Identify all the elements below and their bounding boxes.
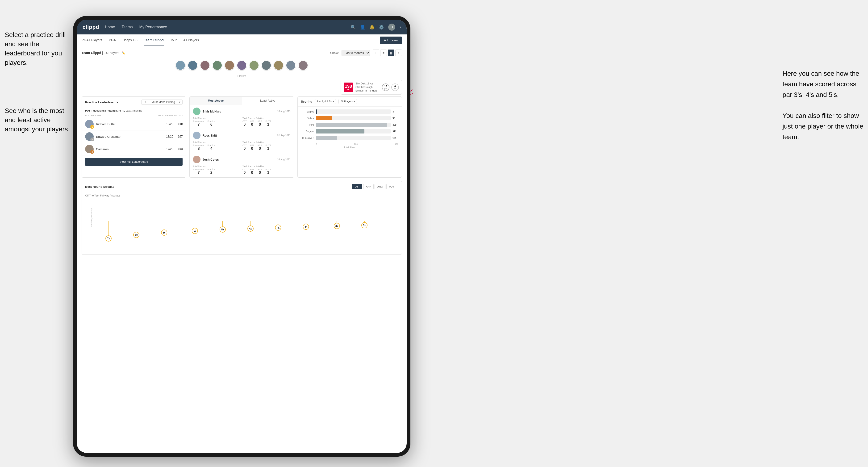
apc-date-3: 26 Aug 2023 [277, 158, 290, 161]
subnav-hcaps[interactable]: Hcaps 1-5 [122, 34, 137, 46]
leaderboard-subtitle: PUTT Must Make Putting (3-6 ft), Last 3 … [82, 107, 186, 114]
chart-xlabel: Total Shots [301, 145, 398, 151]
bogeys-track [316, 129, 391, 133]
streaks-tab-putt[interactable]: PUTT [386, 184, 398, 189]
player-avatar-1[interactable] [176, 60, 185, 70]
nav-icons: 🔍 👤 🔔 ⚙️ U ▾ [350, 24, 401, 31]
player-avg-3: 103 [176, 148, 183, 151]
leaderboard-row-2[interactable]: 2 Edward Crossman 18/20 107 [82, 130, 186, 143]
bar-birdies: Birdies 96 [301, 116, 398, 120]
nav-teams[interactable]: Teams [121, 25, 132, 29]
list-view-icon[interactable]: ≡ [380, 50, 387, 56]
ott-num-3: OTT0 [243, 168, 247, 175]
player-avg-2: 107 [176, 135, 183, 138]
table-header: PLAYER NAME PB SCORE PB AVG SQ [82, 114, 186, 118]
card-view-icon[interactable]: ▦ [388, 50, 394, 56]
player-name-1: Richard Butler... [96, 122, 164, 126]
player-avatar-3[interactable] [200, 60, 210, 70]
nav-links: Home Teams My Performance [105, 25, 345, 29]
player-score-2: 18/20 [166, 135, 173, 138]
activities-group-3: Total Practice Activities OTT0 APP0 ARG0 [243, 165, 290, 175]
player-avatar-6[interactable] [237, 60, 247, 70]
nav-performance[interactable]: My Performance [140, 25, 167, 29]
subnav-pgat[interactable]: PGAT Players [82, 34, 102, 46]
scoring-par-filter[interactable]: Par 3, 4 & 5s ▾ [315, 99, 336, 104]
player-avatar-10[interactable] [286, 60, 296, 70]
apc-header-2: Rees Britt 02 Sep 2023 [193, 132, 290, 139]
players-row [171, 59, 313, 73]
bogeys-value: 311 [393, 130, 398, 133]
subnav-all-players[interactable]: All Players [183, 34, 199, 46]
player-avatar-4[interactable] [212, 60, 222, 70]
total-rounds-group-3: Total Rounds Tournament7 Practice2 [193, 165, 241, 175]
player-avatar-7[interactable] [249, 60, 259, 70]
view-full-leaderboard-button[interactable]: View Full Leaderboard [85, 158, 183, 166]
streak-dot-4: 5x [192, 221, 198, 234]
streaks-tab-arg[interactable]: ARG [375, 184, 385, 189]
settings-icon[interactable]: ⚙️ [379, 25, 384, 30]
apc-stats-3: Total Rounds Tournament7 Practice2 [193, 165, 290, 175]
activities-numbers-1: OTT0 APP0 ARG0 PUTT1 [243, 120, 290, 127]
search-icon[interactable]: 🔍 [350, 25, 356, 30]
subnav-pga[interactable]: PGA [109, 34, 116, 46]
leaderboard-row-3[interactable]: 3 Cameron... 17/20 103 [82, 143, 186, 155]
player-score-3: 17/20 [166, 148, 173, 151]
shot-dist-label: Shot Dist: 16 yds [355, 82, 377, 85]
pars-value: 499 [393, 124, 398, 126]
navbar: clippd Home Teams My Performance 🔍 👤 🔔 ⚙… [77, 20, 407, 34]
bar-bogeys: Bogeys 311 [301, 129, 398, 133]
pars-track [316, 123, 391, 127]
rounds-numbers-1: Tournament 7 Practice 6 [193, 120, 241, 127]
team-header: Team Clippd | 14 Players ✏️ Show: Last 3… [77, 46, 407, 59]
avatar[interactable]: U [388, 24, 395, 31]
apc-stats-1: Total Rounds Tournament 7 Practice 6 [193, 117, 290, 127]
subnav-tour[interactable]: Tour [170, 34, 177, 46]
most-active-card: Most Active Least Active Blair McHarg 26… [189, 96, 294, 178]
edit-icon[interactable]: ✏️ [122, 52, 125, 55]
show-period-select[interactable]: Last 3 months Last 6 months Last year [342, 50, 370, 56]
practice-num-2: Practice4 [208, 144, 215, 151]
players-section: Players [77, 59, 407, 80]
streaks-tab-app[interactable]: APP [363, 184, 374, 189]
nav-home[interactable]: Home [105, 25, 115, 29]
tournament-num-3: Tournament7 [193, 168, 204, 175]
apc-avatar-1 [193, 107, 200, 115]
apc-name-1: Blair McHarg [203, 110, 275, 113]
player-avatar-8[interactable] [261, 60, 271, 70]
dbogeys-label: D. Bogeys + [301, 137, 314, 139]
subnav-team-clippd[interactable]: Team Clippd [144, 34, 164, 46]
active-player-2: Rees Britt 02 Sep 2023 Total Rounds Tour… [190, 129, 294, 153]
streaks-tab-ott[interactable]: OTT [352, 184, 362, 189]
rounds-numbers-3: Tournament7 Practice2 [193, 168, 241, 175]
tab-least-active[interactable]: Least Active [242, 97, 294, 105]
streak-dot-1: 7x [105, 221, 112, 242]
player-avatar-5[interactable] [224, 60, 235, 70]
add-team-button[interactable]: Add Team [380, 36, 402, 44]
main-grid: Practice Leaderboards PUTT Must Make Put… [77, 96, 407, 181]
player-avatar-2[interactable] [188, 60, 198, 70]
person-icon[interactable]: 👤 [360, 25, 365, 30]
scoring-player-filter[interactable]: All Players ▾ [338, 99, 357, 104]
practice-num-3: Practice2 [208, 168, 215, 175]
player-avatar-11[interactable] [298, 60, 308, 70]
grid-view-icon[interactable]: ⊞ [373, 50, 379, 56]
leaderboard-dropdown[interactable]: PUTT Must Make Putting ... ▾ [141, 99, 183, 105]
tab-most-active[interactable]: Most Active [190, 97, 242, 105]
player-rank-avatar-2: 2 [85, 132, 94, 141]
apc-date-1: 26 Aug 2023 [277, 110, 290, 113]
streak-chart-area: 7x 6x 6x 5x [90, 200, 398, 251]
ipad-screen: clippd Home Teams My Performance 🔍 👤 🔔 ⚙… [77, 20, 407, 453]
player-avatar-9[interactable] [274, 60, 283, 70]
sort-icon[interactable]: ↕ [395, 50, 402, 56]
eagles-fill [316, 110, 317, 114]
arg-num-3: ARG0 [257, 168, 262, 175]
ott-num-2: OTT0 [243, 144, 247, 151]
player-name-3: Cameron... [96, 148, 164, 151]
streak-dot-2: 6x [133, 221, 140, 238]
leaderboard-row-1[interactable]: 1 Richard Butler... 19/20 110 [82, 118, 186, 130]
eagles-label: Eagles [301, 111, 314, 113]
bell-icon[interactable]: 🔔 [369, 25, 375, 30]
streaks-header: Best Round Streaks OTT APP ARG PUTT [82, 181, 402, 192]
dbogeys-fill [316, 136, 337, 140]
chevron-down-icon[interactable]: ▾ [400, 26, 401, 29]
